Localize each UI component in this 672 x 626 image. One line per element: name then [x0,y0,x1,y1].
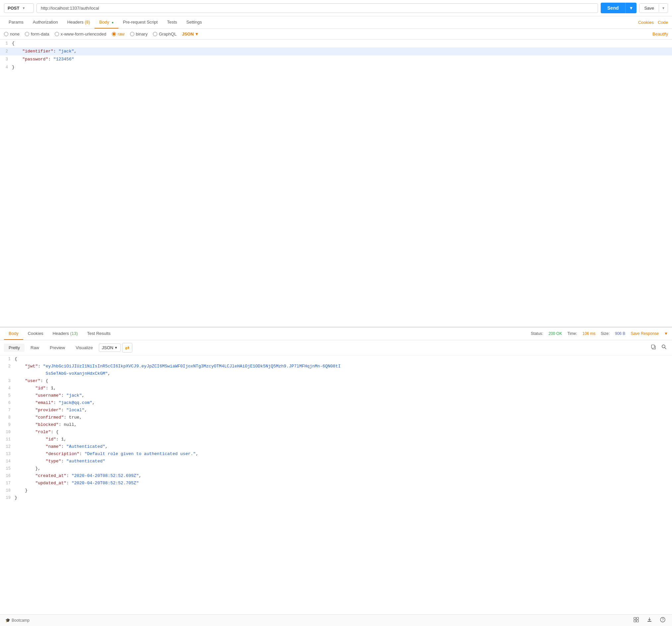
save-dropdown-button[interactable]: ▼ [659,4,668,12]
grid-button[interactable] [632,617,640,624]
tab-settings[interactable]: Settings [182,16,207,28]
resp-line-10: 10 "role": { [0,428,672,436]
save-response-button[interactable]: Save Response [630,331,659,336]
search-icon [662,344,667,349]
format-visualize[interactable]: Visualize [71,344,97,352]
resp-line-1: 1 { [0,355,672,363]
tab-body[interactable]: Body ● [95,16,118,28]
format-pretty[interactable]: Pretty [4,344,25,352]
copy-button[interactable] [649,344,657,351]
method-chevron-icon: ▼ [22,6,25,10]
radio-urlencoded[interactable]: x-www-form-urlencoded [55,31,106,37]
svg-rect-8 [647,621,651,622]
tab-bar-right: Cookies Code [638,20,668,25]
method-label: POST [8,6,19,10]
url-input[interactable] [37,3,598,13]
resp-line-2: 2 "jwt": "eyJhbGciOiJIUzI1NiIsInR5cCI6Ik… [0,363,672,370]
save-button[interactable]: Save [640,4,659,13]
svg-rect-7 [637,620,639,622]
time-value: 106 ms [582,331,595,336]
resp-line-14: 14 "type": "authenticated" [0,458,672,465]
bottom-bar: 🎓 Bootcamp ? [0,615,672,626]
resp-line-9: 9 "blocked": null, [0,421,672,428]
response-tab-test-results[interactable]: Test Results [82,328,115,340]
request-code-editor[interactable]: 1 { 2 "identifier": "jack", 3 "password"… [0,40,672,327]
resp-line-6: 6 "email": "jack@qq.com", [0,399,672,407]
format-bar-right [649,344,668,351]
radio-raw[interactable]: raw [112,31,125,37]
body-active-dot: ● [112,21,114,24]
svg-rect-4 [634,617,636,619]
svg-rect-5 [637,617,639,619]
send-button[interactable]: Send [601,3,625,13]
radio-none[interactable]: none [4,31,20,37]
code-line-1: 1 { [0,40,672,47]
resp-line-12: 12 "name": "Authenticated", [0,443,672,450]
copy-icon [651,344,656,349]
resp-line-8: 8 "confirmed": true, [0,414,672,421]
bootcamp-label[interactable]: Bootcamp [11,618,29,623]
wrap-button[interactable]: ⇄ [122,343,133,352]
tab-params[interactable]: Params [4,16,28,28]
resp-line-7: 7 "provider": "local", [0,407,672,414]
status-value: 200 OK [549,331,562,336]
tab-pre-request[interactable]: Pre-request Script [118,16,163,28]
cookies-link[interactable]: Cookies [638,20,654,25]
tab-authorization[interactable]: Authorization [28,16,63,28]
bootcamp-icon: 🎓 [5,618,10,623]
resp-line-3: 3 "user": { [0,377,672,385]
method-select[interactable]: POST ▼ [4,3,34,13]
resp-line-17: 17 "updated_at": "2020-04-20T08:52:52.70… [0,480,672,487]
svg-text:?: ? [662,618,664,622]
send-button-group: Send ▼ [601,3,637,13]
code-line-3: 3 "password": "123456" [0,55,672,63]
tab-tests[interactable]: Tests [162,16,182,28]
time-label: Time: [567,331,577,336]
save-response-chevron-icon[interactable]: ▼ [664,331,668,336]
json-dropdown-chevron-icon: ▼ [195,31,199,37]
resp-line-2b: SsSeTAbG-voXanjnHdxCkGM", [0,370,672,377]
response-format-bar: Pretty Raw Preview Visualize JSON ▼ ⇄ [0,340,672,355]
resp-line-5: 5 "username": "jack", [0,392,672,399]
headers-count-badge: (8) [85,20,90,25]
status-bar: Status: 200 OK Time: 106 ms Size: 906 B … [531,331,668,336]
download-button[interactable] [646,617,653,624]
search-button[interactable] [660,344,668,351]
format-preview[interactable]: Preview [45,344,70,352]
help-button[interactable]: ? [659,617,667,624]
bottom-bar-right: ? [632,617,667,624]
radio-graphql[interactable]: GraphQL [153,31,176,37]
resp-line-4: 4 "id": 1, [0,385,672,392]
radio-form-data[interactable]: form-data [25,31,49,37]
svg-line-3 [665,348,666,349]
request-tab-bar: Params Authorization Headers (8) Body ● … [0,16,672,29]
response-tab-bar: Body Cookies Headers (13) Test Results S… [0,328,672,340]
code-link[interactable]: Code [658,20,668,25]
size-label: Size: [601,331,610,336]
beautify-button[interactable]: Beautify [652,31,668,37]
response-tab-headers[interactable]: Headers (13) [48,328,82,340]
size-value: 906 B [615,331,625,336]
response-code-area[interactable]: 1 { 2 "jwt": "eyJhbGciOiJIUzI1NiIsInR5cC… [0,355,672,615]
format-raw[interactable]: Raw [26,344,44,352]
top-bar: POST ▼ Send ▼ Save ▼ [0,0,672,16]
resp-line-13: 13 "description": "Default role given to… [0,450,672,458]
response-json-chevron-icon: ▼ [115,346,118,349]
response-tab-body[interactable]: Body [4,328,23,340]
save-button-group: Save ▼ [639,3,668,13]
resp-line-18: 18 } [0,487,672,494]
radio-binary[interactable]: binary [130,31,148,37]
download-icon [647,617,652,622]
grid-icon [633,617,639,622]
resp-line-15: 15 }, [0,465,672,472]
response-json-dropdown[interactable]: JSON ▼ [99,344,121,352]
send-dropdown-button[interactable]: ▼ [625,3,637,13]
resp-line-19: 19 } [0,494,672,502]
resp-line-11: 11 "id": 1, [0,436,672,443]
help-icon: ? [660,617,665,622]
json-format-dropdown[interactable]: JSON ▼ [182,31,199,37]
svg-rect-6 [634,620,636,622]
status-label: Status: [531,331,543,336]
tab-headers[interactable]: Headers (8) [63,16,95,28]
response-tab-cookies[interactable]: Cookies [23,328,48,340]
